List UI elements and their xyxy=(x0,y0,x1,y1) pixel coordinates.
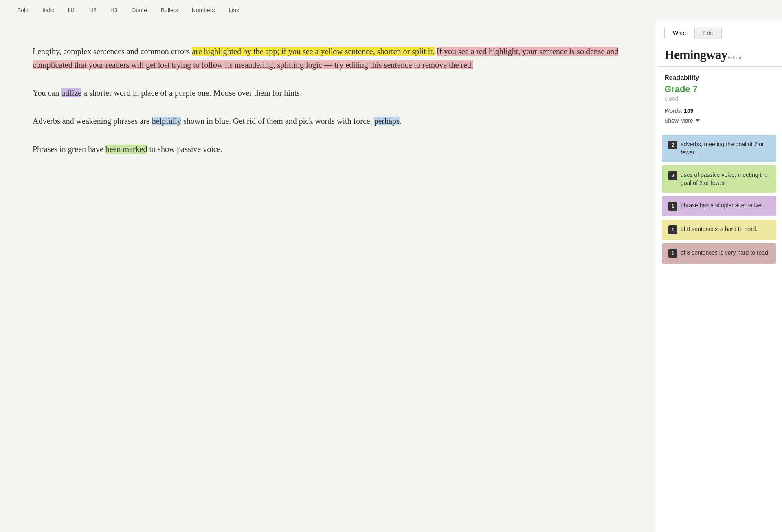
paragraph-4: Phrases in green have been marked to sho… xyxy=(33,143,623,156)
p2-post-text: a shorter word in place of a purple one.… xyxy=(81,88,302,97)
chevron-down-icon xyxy=(696,119,700,122)
paragraph-3: Adverbs and weakening phrases are helpfu… xyxy=(33,114,623,128)
p4-pre-text: Phrases in green have xyxy=(33,145,105,154)
grade-value: Grade 7 xyxy=(664,84,774,95)
edit-mode-button[interactable]: Edit xyxy=(694,27,721,39)
sidebar: Write Edit HemingwayEditor Readability G… xyxy=(656,20,782,532)
stat-badge-simpler: 1 xyxy=(668,202,677,211)
grade-label: Good xyxy=(664,95,774,102)
editor-area[interactable]: Lengthy, complex sentences and common er… xyxy=(0,20,656,532)
words-label: Words xyxy=(664,108,681,114)
write-mode-button[interactable]: Write xyxy=(664,27,694,39)
show-more-label: Show More xyxy=(664,117,693,124)
stat-badge-hard: 1 xyxy=(668,225,677,234)
p3-pre-text: Adverbs and weakening phrases are xyxy=(33,117,152,125)
p2-purple-highlight: utilize xyxy=(61,88,81,97)
logo-section: HemingwayEditor xyxy=(656,39,782,67)
stat-card-adverbs: 2 adverbs, meeting the goal of 2 or fewe… xyxy=(662,135,776,162)
p3-post-text: . xyxy=(400,117,402,125)
h2-button[interactable]: H2 xyxy=(88,5,97,15)
stat-text-hard: of 8 sentences is hard to read. xyxy=(681,225,757,233)
p4-post-text: to show passive voice. xyxy=(147,145,223,154)
stat-text-vhard: of 8 sentences is very hard to read. xyxy=(681,249,770,257)
quote-button[interactable]: Quote xyxy=(131,5,148,15)
paragraph-1: Lengthy, complex sentences and common er… xyxy=(33,45,623,72)
bold-button[interactable]: Bold xyxy=(16,5,29,15)
toolbar: Bold Italic H1 H2 H3 Quote Bullets Numbe… xyxy=(0,0,782,20)
numbers-button[interactable]: Numbers xyxy=(191,5,216,15)
h3-button[interactable]: H3 xyxy=(110,5,119,15)
h1-button[interactable]: H1 xyxy=(67,5,76,15)
words-count: 109 xyxy=(684,108,693,114)
link-button[interactable]: Link xyxy=(228,5,240,15)
show-more-button[interactable]: Show More xyxy=(664,117,700,124)
readability-title: Readability xyxy=(664,74,774,81)
italic-button[interactable]: Italic xyxy=(42,5,55,15)
stat-badge-passive: 2 xyxy=(668,171,677,180)
main-layout: Lengthy, complex sentences and common er… xyxy=(0,20,782,532)
stat-text-passive: uses of passive voice, meeting the goal … xyxy=(681,171,770,187)
stats-section: 2 adverbs, meeting the goal of 2 or fewe… xyxy=(656,129,782,269)
p3-blue2-highlight: perhaps xyxy=(374,117,400,125)
stat-card-vhard: 1 of 8 sentences is very hard to read. xyxy=(662,243,776,264)
stat-card-passive: 2 uses of passive voice, meeting the goa… xyxy=(662,165,776,193)
paragraph-2: You can utilize a shorter word in place … xyxy=(33,86,623,100)
p1-pre-text: Lengthy, complex sentences and common er… xyxy=(33,47,192,56)
stat-badge-vhard: 1 xyxy=(668,249,677,258)
logo-title: HemingwayEditor xyxy=(664,47,774,62)
p3-mid-text: shown in blue. Get rid of them and pick … xyxy=(181,117,374,125)
stat-card-simpler: 1 phrase has a simpler alternative. xyxy=(662,196,776,216)
stat-text-adverbs: adverbs, meeting the goal of 2 or fewer. xyxy=(681,141,770,156)
stat-text-simpler: phrase has a simpler alternative. xyxy=(681,202,763,210)
stat-card-hard: 1 of 8 sentences is hard to read. xyxy=(662,220,776,240)
mode-toggle: Write Edit xyxy=(656,20,782,39)
bullets-button[interactable]: Bullets xyxy=(160,5,179,15)
stat-badge-adverbs: 2 xyxy=(668,141,677,149)
p2-pre-text: You can xyxy=(33,88,61,97)
words-line: Words: 109 xyxy=(664,108,774,114)
p4-green-highlight: been marked xyxy=(105,145,147,154)
p3-blue1-highlight: helpfully xyxy=(152,117,181,125)
readability-section: Readability Grade 7 Good Words: 109 Show… xyxy=(656,67,782,129)
p1-yellow-highlight: are highlighted by the app; if you see a… xyxy=(192,47,434,56)
